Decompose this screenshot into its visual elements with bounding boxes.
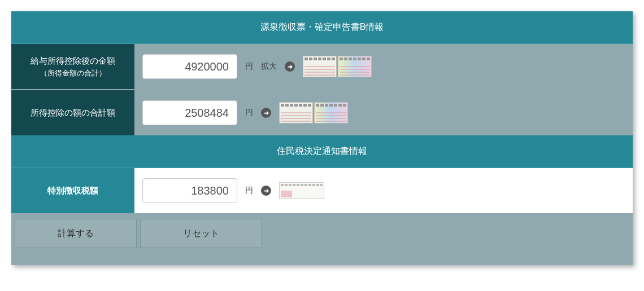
button-row: 計算する リセット	[11, 213, 633, 248]
content-special-tax: 円 ➜	[134, 168, 633, 213]
thumbnail-income[interactable]	[303, 56, 372, 77]
document-thumb-colorful-icon	[338, 56, 372, 77]
label-income-line1: 給与所得控除後の金額	[31, 54, 115, 68]
thumbnail-special-tax[interactable]	[279, 182, 324, 199]
arrow-right-icon[interactable]: ➜	[261, 186, 271, 196]
content-income: 円 拡大 ➜	[134, 44, 633, 89]
input-income[interactable]	[142, 54, 237, 79]
row-income: 給与所得控除後の金額 （所得金額の合計） 円 拡大 ➜	[11, 44, 633, 89]
label-deduction: 所得控除の額の合計額	[11, 90, 134, 135]
row-deduction: 所得控除の額の合計額 円 ➜	[11, 90, 633, 135]
section-header-2: 住民税決定通知書情報	[11, 135, 633, 168]
label-special-tax-text: 特別徴収税額	[47, 184, 98, 197]
tax-form-panel: 源泉徴収票・確定申告書B情報 給与所得控除後の金額 （所得金額の合計） 円 拡大…	[11, 11, 633, 265]
arrow-right-icon[interactable]: ➜	[261, 108, 271, 118]
input-special-tax[interactable]	[142, 178, 237, 203]
document-thumb-icon	[303, 56, 337, 77]
label-income: 給与所得控除後の金額 （所得金額の合計）	[11, 44, 134, 89]
content-deduction: 円 ➜	[134, 90, 633, 135]
row-special-tax: 特別徴収税額 円 ➜	[11, 168, 633, 213]
label-special-tax: 特別徴収税額	[11, 168, 134, 213]
calculate-button[interactable]: 計算する	[15, 219, 137, 248]
thumbnail-deduction[interactable]	[279, 102, 348, 124]
expand-text-income: 拡大	[261, 61, 277, 72]
label-deduction-text: 所得控除の額の合計額	[31, 106, 115, 120]
input-deduction[interactable]	[142, 100, 237, 125]
label-income-line2: （所得金額の合計）	[40, 68, 106, 80]
unit-special-tax: 円	[245, 186, 253, 196]
arrow-right-icon[interactable]: ➜	[285, 61, 295, 72]
section-header-1: 源泉徴収票・確定申告書B情報	[11, 11, 633, 44]
document-thumb-icon	[279, 102, 313, 124]
unit-deduction: 円	[245, 108, 253, 118]
document-thumb-icon	[279, 182, 324, 199]
document-thumb-colorful-icon	[314, 102, 348, 124]
unit-income: 円	[245, 61, 253, 72]
reset-button[interactable]: リセット	[140, 219, 262, 248]
